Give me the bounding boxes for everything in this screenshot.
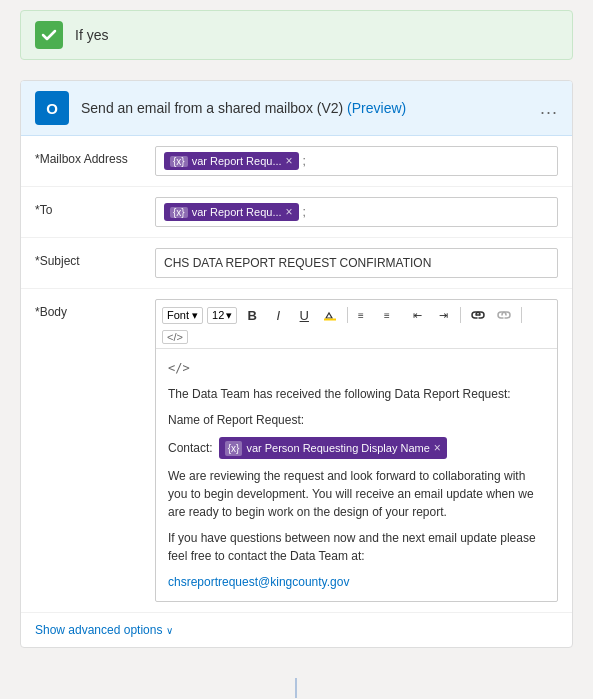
font-dropdown-icon: ▾	[192, 309, 198, 322]
if-yes-banner: If yes	[20, 10, 573, 60]
code-tag-button[interactable]: </>	[162, 330, 188, 344]
svg-text:≡: ≡	[384, 310, 390, 321]
toolbar-separator-3	[521, 307, 522, 323]
contact-email[interactable]: chsreportrequest@kingcounty.gov	[168, 575, 349, 589]
link-button[interactable]	[467, 304, 489, 326]
add-action-connector-line	[295, 678, 297, 698]
add-action-container: Add an action	[222, 678, 372, 699]
subject-value: CHS DATA REPORT REQUEST CONFIRMATION	[164, 256, 431, 270]
contact-token-icon: {x}	[225, 441, 243, 456]
to-separator: ;	[303, 205, 306, 219]
mailbox-address-row: *Mailbox Address {x} var Report Requ... …	[21, 136, 572, 187]
highlight-button[interactable]	[319, 304, 341, 326]
size-select[interactable]: 12 ▾	[207, 307, 237, 324]
advanced-options-label: Show advanced options	[35, 623, 162, 637]
mailbox-address-token: {x} var Report Requ... ×	[164, 152, 299, 170]
to-input[interactable]: {x} var Report Requ... × ;	[155, 197, 558, 227]
body-label: *Body	[35, 299, 155, 319]
underline-button[interactable]: U	[293, 304, 315, 326]
contact-line: Contact: {x} var Person Requesting Displ…	[168, 437, 545, 459]
token-icon: {x}	[170, 156, 188, 167]
report-name-label: Name of Report Request:	[168, 411, 545, 429]
ordered-list-button[interactable]: ≡	[354, 304, 376, 326]
advanced-options-row[interactable]: Show advanced options ∨	[21, 613, 572, 647]
outlook-icon: O	[35, 91, 69, 125]
to-token: {x} var Report Requ... ×	[164, 203, 299, 221]
editor-content[interactable]: </> The Data Team has received the follo…	[156, 349, 557, 601]
size-select-label: 12	[212, 309, 224, 321]
mailbox-address-token-text: var Report Requ...	[192, 155, 282, 167]
subject-label: *Subject	[35, 248, 155, 268]
unordered-list-button[interactable]: ≡	[380, 304, 402, 326]
questions-text: If you have questions between now and th…	[168, 529, 545, 565]
card-title: Send an email from a shared mailbox (V2)…	[81, 100, 540, 116]
body-row: *Body Font ▾ 12 ▾ B I U	[21, 289, 572, 613]
advanced-options-chevron: ∨	[166, 625, 173, 636]
italic-button[interactable]: I	[267, 304, 289, 326]
if-yes-label: If yes	[75, 27, 108, 43]
to-row: *To {x} var Report Requ... × ;	[21, 187, 572, 238]
contact-token: {x} var Person Requesting Display Name ×	[219, 437, 447, 459]
contact-token-text: var Person Requesting Display Name	[246, 440, 429, 457]
to-token-close[interactable]: ×	[286, 205, 293, 219]
body-editor[interactable]: Font ▾ 12 ▾ B I U ≡	[155, 299, 558, 602]
contact-prefix: Contact:	[168, 439, 213, 457]
form-body: *Mailbox Address {x} var Report Requ... …	[21, 136, 572, 647]
mailbox-address-separator: ;	[303, 154, 306, 168]
code-line: </>	[168, 359, 545, 377]
card-header: O Send an email from a shared mailbox (V…	[21, 81, 572, 136]
svg-text:≡: ≡	[358, 310, 364, 321]
indent-increase-button[interactable]: ⇥	[432, 304, 454, 326]
to-label: *To	[35, 197, 155, 217]
if-yes-check-icon	[35, 21, 63, 49]
editor-toolbar: Font ▾ 12 ▾ B I U ≡	[156, 300, 557, 349]
card-menu-button[interactable]: ...	[540, 98, 558, 119]
mailbox-address-token-close[interactable]: ×	[286, 154, 293, 168]
indent-decrease-button[interactable]: ⇤	[406, 304, 428, 326]
to-token-text: var Report Requ...	[192, 206, 282, 218]
reviewing-text: We are reviewing the request and look fo…	[168, 467, 545, 521]
email-intro: The Data Team has received the following…	[168, 385, 545, 403]
bold-button[interactable]: B	[241, 304, 263, 326]
email-action-card: O Send an email from a shared mailbox (V…	[20, 80, 573, 648]
toolbar-separator-2	[460, 307, 461, 323]
subject-input[interactable]: CHS DATA REPORT REQUEST CONFIRMATION	[155, 248, 558, 278]
font-select-label: Font	[167, 309, 189, 321]
to-token-icon: {x}	[170, 207, 188, 218]
unlink-button[interactable]	[493, 304, 515, 326]
font-select[interactable]: Font ▾	[162, 307, 203, 324]
mailbox-address-label: *Mailbox Address	[35, 146, 155, 166]
size-dropdown-icon: ▾	[226, 309, 232, 322]
subject-row: *Subject CHS DATA REPORT REQUEST CONFIRM…	[21, 238, 572, 289]
toolbar-separator-1	[347, 307, 348, 323]
mailbox-address-input[interactable]: {x} var Report Requ... × ;	[155, 146, 558, 176]
contact-token-close[interactable]: ×	[434, 439, 441, 457]
